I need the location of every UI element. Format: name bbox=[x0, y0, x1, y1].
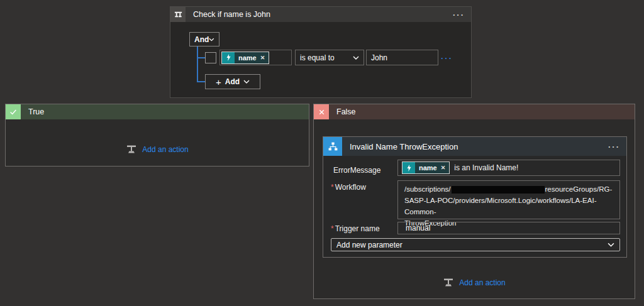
error-message-label: ErrorMessage bbox=[333, 166, 380, 175]
required-asterisk: * bbox=[331, 224, 334, 233]
redacted-subscription-id bbox=[452, 186, 545, 194]
throw-exception-card: Invalid Name ThrowException ··· ErrorMes… bbox=[323, 136, 627, 258]
condition-icon bbox=[170, 7, 186, 22]
throw-exception-card-menu-button[interactable]: ··· bbox=[602, 142, 626, 151]
condition-card-menu-button[interactable]: ··· bbox=[447, 10, 471, 19]
dynamic-content-icon bbox=[402, 162, 415, 173]
workflow-value-line1-suffix: resourceGroups/RG- bbox=[545, 185, 613, 193]
chevron-down-icon bbox=[243, 80, 250, 84]
add-new-parameter-dropdown[interactable]: Add new parameter bbox=[331, 238, 620, 251]
condition-row-checkbox[interactable] bbox=[205, 52, 216, 63]
token-remove-icon[interactable]: ✕ bbox=[441, 165, 446, 171]
token-remove-icon[interactable]: ✕ bbox=[260, 55, 265, 61]
add-action-icon bbox=[443, 278, 454, 288]
chevron-down-icon bbox=[608, 243, 614, 247]
false-add-action-button[interactable]: Add an action bbox=[314, 278, 635, 288]
workflow-sitemap-icon bbox=[323, 137, 342, 156]
workflow-label: *Workflow bbox=[331, 183, 366, 192]
plus-icon: + bbox=[216, 77, 221, 87]
workflow-input[interactable]: /subscriptions/resourceGroups/RG- SASP-L… bbox=[397, 180, 620, 219]
required-asterisk: * bbox=[331, 183, 334, 192]
condition-value-input[interactable]: John bbox=[366, 50, 438, 65]
check-icon bbox=[6, 104, 21, 119]
token-name: name bbox=[238, 54, 257, 62]
token-name: name bbox=[419, 164, 437, 172]
false-branch: False Invalid Name ThrowException ··· Er… bbox=[313, 104, 635, 299]
dynamic-token-pill[interactable]: name ✕ bbox=[402, 161, 450, 174]
dynamic-token-pill[interactable]: name ✕ bbox=[221, 52, 269, 64]
add-action-icon bbox=[126, 145, 137, 155]
chevron-down-icon bbox=[209, 38, 214, 41]
trigger-name-input[interactable]: manual bbox=[397, 222, 620, 234]
trigger-name-label: *Trigger name bbox=[331, 224, 380, 233]
condition-tree-line-row bbox=[197, 57, 205, 58]
condition-row-menu-button[interactable]: ··· bbox=[441, 53, 453, 63]
true-branch: True Add an action bbox=[5, 104, 309, 167]
cross-icon bbox=[314, 104, 329, 119]
condition-card: Check if name is John ··· And name ✕ is … bbox=[170, 6, 472, 98]
throw-exception-card-title: Invalid Name ThrowException bbox=[350, 142, 602, 151]
condition-tree-line-add bbox=[197, 81, 205, 82]
condition-card-title: Check if name is John bbox=[193, 10, 447, 19]
true-branch-header: True bbox=[6, 104, 309, 119]
group-operator-dropdown[interactable]: And bbox=[189, 32, 219, 46]
workflow-value-line2: SASP-LA-POC/providers/Microsoft.Logic/wo… bbox=[404, 197, 596, 216]
add-condition-button[interactable]: + Add bbox=[205, 74, 260, 89]
workflow-value-line1-prefix: /subscriptions/ bbox=[404, 185, 451, 193]
chevron-down-icon bbox=[353, 56, 359, 60]
error-message-input[interactable]: name ✕ is an Invalid Name! bbox=[397, 160, 620, 176]
false-branch-title: False bbox=[336, 107, 356, 116]
condition-card-header[interactable]: Check if name is John ··· bbox=[170, 7, 471, 22]
throw-exception-card-header[interactable]: Invalid Name ThrowException ··· bbox=[323, 137, 626, 156]
true-add-action-button[interactable]: Add an action bbox=[6, 145, 309, 155]
false-branch-header: False bbox=[314, 104, 635, 119]
dynamic-content-icon bbox=[222, 52, 235, 63]
comparison-operator-dropdown[interactable]: is equal to bbox=[295, 50, 364, 65]
error-message-text: is an Invalid Name! bbox=[454, 163, 518, 172]
condition-left-operand-field[interactable]: name ✕ bbox=[219, 50, 292, 65]
condition-tree-line-vertical bbox=[197, 46, 198, 82]
true-branch-title: True bbox=[28, 107, 44, 116]
